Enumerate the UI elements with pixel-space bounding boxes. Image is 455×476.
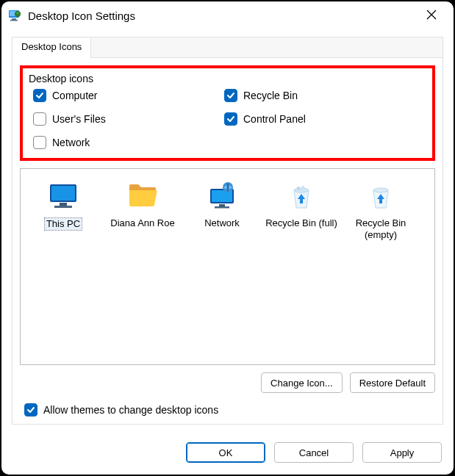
this-pc-icon xyxy=(26,179,100,213)
change-icon-button[interactable]: Change Icon... xyxy=(261,372,343,393)
checkbox-computer[interactable]: Computer xyxy=(33,89,217,102)
title-bar: Desktop Icon Settings xyxy=(1,1,454,29)
svg-rect-3 xyxy=(10,20,18,21)
tab-desktop-icons[interactable]: Desktop Icons xyxy=(12,38,91,58)
svg-rect-8 xyxy=(54,206,72,208)
ok-button[interactable]: OK xyxy=(186,442,265,463)
checkbox-label: Recycle Bin xyxy=(243,90,298,101)
checkbox-label: Control Panel xyxy=(243,113,306,125)
checkbox-label: Computer xyxy=(52,90,97,101)
icon-item-network[interactable]: Network xyxy=(185,179,259,229)
icon-item-recycle-full[interactable]: Recycle Bin (full) xyxy=(265,179,338,229)
desktop-settings-app-icon xyxy=(7,8,22,23)
allow-themes-row: Allow themes to change desktop icons xyxy=(20,403,435,416)
restore-default-button[interactable]: Restore Default xyxy=(350,372,435,393)
checkbox-box xyxy=(33,89,46,102)
svg-rect-11 xyxy=(219,204,225,206)
checkbox-box xyxy=(24,403,37,416)
checkmark-icon xyxy=(226,115,235,123)
dialog-title: Desktop Icon Settings xyxy=(28,10,417,22)
checkbox-label: Allow themes to change desktop icons xyxy=(43,404,218,416)
svg-point-17 xyxy=(373,188,388,192)
checkbox-users-files[interactable]: User's Files xyxy=(33,112,217,126)
icon-item-recycle-empty[interactable]: Recycle Bin (empty) xyxy=(344,179,418,242)
svg-rect-12 xyxy=(215,206,229,209)
checkbox-allow-themes[interactable]: Allow themes to change desktop icons xyxy=(24,403,435,416)
tab-label: Desktop Icons xyxy=(21,41,82,52)
checkbox-label: User's Files xyxy=(52,113,106,125)
svg-point-4 xyxy=(15,11,21,17)
close-icon xyxy=(426,10,437,22)
recycle-bin-full-icon xyxy=(265,179,338,213)
checkmark-icon xyxy=(26,405,35,414)
checkbox-box xyxy=(224,89,237,102)
icon-preview-panel: This PC Diana Ann Roe xyxy=(20,168,435,365)
svg-rect-6 xyxy=(51,186,75,201)
checkmark-icon xyxy=(35,91,44,100)
dialog-window: Desktop Icon Settings Desktop Icons Desk… xyxy=(1,1,454,475)
checkbox-box xyxy=(224,112,237,126)
network-icon xyxy=(185,179,259,213)
checkbox-box xyxy=(33,112,46,126)
checkbox-label: Network xyxy=(52,137,90,148)
icon-label: Recycle Bin (full) xyxy=(265,217,337,228)
checkbox-grid: Computer Recycle Bin User's Files xyxy=(29,89,426,149)
tab-page: Desktop icons Computer Recycle Bin xyxy=(12,57,443,425)
icon-label: Diana Ann Roe xyxy=(110,217,174,228)
icon-label: Recycle Bin (empty) xyxy=(356,217,406,240)
svg-rect-2 xyxy=(12,18,16,20)
group-title: Desktop icons xyxy=(29,73,426,84)
checkbox-box xyxy=(33,136,46,149)
checkbox-network[interactable]: Network xyxy=(33,136,217,149)
icon-label: This PC xyxy=(44,217,82,231)
icon-item-user-folder[interactable]: Diana Ann Roe xyxy=(106,179,179,229)
apply-button[interactable]: Apply xyxy=(362,442,442,463)
folder-icon xyxy=(106,179,179,213)
recycle-bin-empty-icon xyxy=(344,179,418,213)
cancel-button[interactable]: Cancel xyxy=(274,442,354,463)
dialog-command-row: OK Cancel Apply xyxy=(1,435,454,475)
checkbox-recycle-bin[interactable]: Recycle Bin xyxy=(224,89,426,102)
icon-label: Network xyxy=(204,217,240,228)
dialog-client: Desktop Icons Desktop icons Computer xyxy=(1,29,454,435)
svg-rect-7 xyxy=(60,203,67,206)
icon-item-this-pc[interactable]: This PC xyxy=(26,179,100,231)
icon-actions-row: Change Icon... Restore Default xyxy=(20,372,435,393)
checkbox-control-panel[interactable]: Control Panel xyxy=(224,112,426,126)
close-button[interactable] xyxy=(417,1,446,29)
checkmark-icon xyxy=(226,91,235,100)
desktop-icons-group: Desktop icons Computer Recycle Bin xyxy=(20,65,435,161)
tab-strip: Desktop Icons xyxy=(12,37,443,57)
